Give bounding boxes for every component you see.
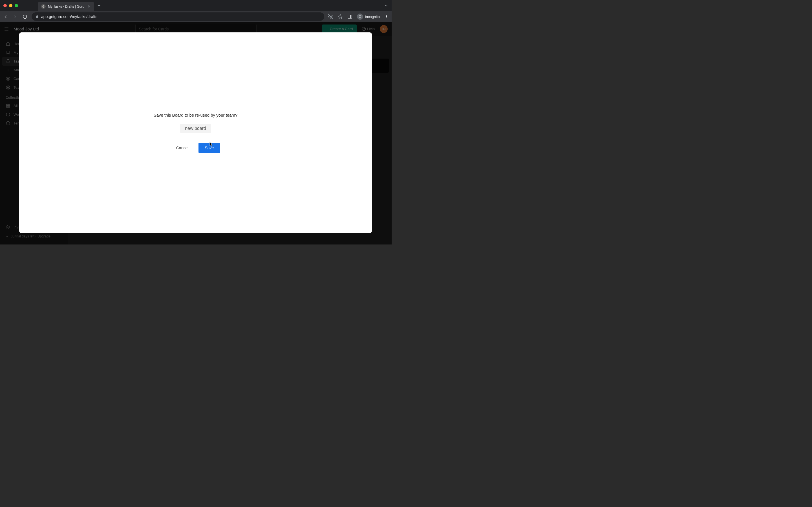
forward-button[interactable] — [12, 14, 18, 19]
svg-rect-2 — [348, 15, 352, 18]
tab-favicon: G — [41, 4, 46, 9]
tab-title: My Tasks - Drafts | Guru — [48, 4, 85, 8]
save-button[interactable]: Save — [199, 143, 220, 153]
reload-button[interactable] — [22, 14, 28, 19]
board-name-chip: new board — [180, 124, 211, 133]
browser-tab[interactable]: G My Tasks - Drafts | Guru ✕ — [38, 2, 94, 11]
svg-point-4 — [359, 17, 360, 18]
svg-point-6 — [386, 15, 387, 16]
address-bar-right: Incognito — [328, 13, 389, 20]
address-bar: app.getguru.com/mytasks/drafts Incognito — [0, 11, 392, 22]
url-text: app.getguru.com/mytasks/drafts — [41, 14, 97, 19]
new-tab-button[interactable]: + — [98, 3, 101, 9]
cancel-button[interactable]: Cancel — [171, 143, 194, 153]
eye-off-icon[interactable] — [328, 14, 333, 19]
svg-point-8 — [386, 17, 387, 18]
window-maximize-button[interactable] — [15, 4, 18, 7]
incognito-badge[interactable]: Incognito — [357, 13, 380, 20]
modal-message: Save this Board to be re-used by your te… — [154, 113, 238, 117]
window-minimize-button[interactable] — [9, 4, 12, 7]
tabs-dropdown-icon[interactable] — [384, 4, 388, 8]
url-bar[interactable]: app.getguru.com/mytasks/drafts — [32, 12, 324, 21]
traffic-lights — [3, 4, 18, 7]
svg-point-7 — [386, 16, 387, 17]
svg-point-5 — [360, 17, 361, 18]
bookmark-star-icon[interactable] — [338, 14, 343, 19]
window-chrome: G My Tasks - Drafts | Guru ✕ + — [0, 0, 392, 11]
panel-icon[interactable] — [347, 14, 352, 19]
kebab-menu-icon[interactable] — [384, 14, 389, 19]
back-button[interactable] — [3, 14, 8, 19]
lock-icon — [36, 15, 39, 18]
incognito-icon — [357, 13, 363, 20]
svg-marker-1 — [338, 15, 343, 18]
tab-bar: G My Tasks - Drafts | Guru ✕ + — [38, 0, 388, 11]
save-board-modal: Save this Board to be re-used by your te… — [19, 33, 372, 233]
modal-buttons: Cancel Save — [171, 143, 220, 153]
tab-close-icon[interactable]: ✕ — [87, 4, 91, 9]
incognito-label: Incognito — [365, 15, 380, 19]
window-close-button[interactable] — [3, 4, 7, 7]
